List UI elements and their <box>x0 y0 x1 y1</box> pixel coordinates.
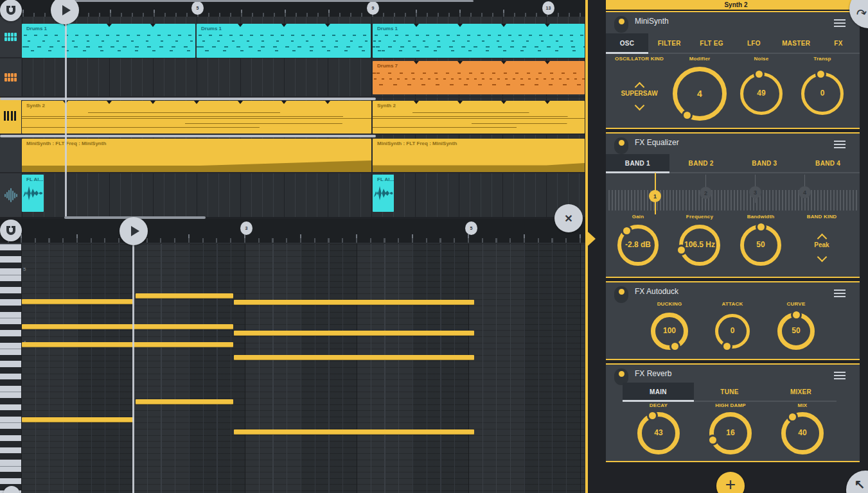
pattern-clip[interactable]: Drums 7 <box>373 61 585 94</box>
black-key[interactable] <box>0 355 21 361</box>
pattern-clip[interactable]: MiniSynth : FLT Freq : MiniSynth <box>373 139 585 172</box>
white-key[interactable] <box>0 478 21 485</box>
midi-note[interactable] <box>136 399 233 404</box>
playlist-play-cursor[interactable] <box>65 0 67 217</box>
white-key[interactable] <box>0 287 21 293</box>
pattern-clip[interactable]: Drums 1 <box>373 24 585 58</box>
tab-band-3[interactable]: BAND 3 <box>733 154 797 172</box>
track-icon-cell[interactable] <box>0 17 21 57</box>
track-icon-cell[interactable] <box>0 58 21 96</box>
snap-button[interactable] <box>0 220 22 241</box>
tab-band-2[interactable]: BAND 2 <box>669 154 733 172</box>
bar-marker[interactable]: 9 <box>367 1 379 15</box>
module-menu-button[interactable] <box>834 372 846 381</box>
white-key[interactable] <box>0 417 21 423</box>
white-key[interactable] <box>0 330 21 336</box>
midi-note[interactable] <box>234 331 474 336</box>
black-key[interactable] <box>0 324 21 331</box>
midi-note[interactable] <box>234 355 474 360</box>
eq-band-handle[interactable]: 3 <box>749 186 761 198</box>
module-enable-toggle[interactable] <box>614 286 628 303</box>
white-key[interactable] <box>0 312 21 318</box>
piano-roll-timeline[interactable]: 35 <box>0 219 586 243</box>
black-key[interactable] <box>0 336 21 343</box>
track-icon-cell[interactable] <box>0 98 21 134</box>
tab-mixer[interactable]: MIXER <box>765 383 837 401</box>
tab-band-4[interactable]: BAND 4 <box>796 154 860 172</box>
track-lane[interactable] <box>21 173 585 217</box>
tab-fx[interactable]: FX <box>817 33 860 53</box>
pattern-clip[interactable]: FL Al... <box>373 175 394 212</box>
selector-value[interactable]: Peak <box>783 241 860 248</box>
playlist-timeline[interactable]: 5913 <box>0 0 586 17</box>
tab-tune[interactable]: TUNE <box>694 383 765 401</box>
horizontal-scrollbar[interactable] <box>66 0 474 2</box>
black-key[interactable] <box>0 398 21 404</box>
eq-band-handle[interactable]: 2 <box>700 187 712 199</box>
tab-flt-eg[interactable]: FLT EG <box>691 33 733 53</box>
midi-note[interactable] <box>234 429 474 435</box>
white-key[interactable] <box>0 386 21 392</box>
pattern-clip[interactable]: MiniSynth : FLT Freq : MiniSynth <box>22 139 371 172</box>
white-key[interactable] <box>0 447 21 454</box>
pattern-clip[interactable]: FL Al... <box>22 175 44 212</box>
bar-marker[interactable]: 5 <box>465 221 477 235</box>
pattern-clip[interactable]: Drums 1 <box>22 24 195 58</box>
black-key[interactable] <box>0 293 21 300</box>
track-icon-cell[interactable] <box>0 173 21 217</box>
white-key[interactable] <box>0 374 21 380</box>
track-selection-bar[interactable] <box>0 135 376 137</box>
midi-note[interactable] <box>22 342 233 347</box>
chevron-down-icon[interactable] <box>635 101 645 111</box>
eq-band-handle[interactable]: 1 <box>649 190 661 202</box>
module-menu-button[interactable] <box>834 141 846 150</box>
tab-main[interactable]: MAIN <box>623 383 694 401</box>
white-key[interactable] <box>0 268 21 275</box>
module-menu-button[interactable] <box>834 19 846 29</box>
black-key[interactable] <box>0 472 21 478</box>
eq-band-strip[interactable] <box>606 175 860 213</box>
piano-roll-grid[interactable] <box>21 244 585 493</box>
black-key[interactable] <box>0 306 21 312</box>
midi-note[interactable] <box>136 293 233 298</box>
tab-band-1[interactable]: BAND 1 <box>606 154 669 172</box>
white-key[interactable] <box>0 343 21 349</box>
track-icon-cell[interactable] <box>0 135 21 172</box>
midi-note[interactable] <box>22 324 233 329</box>
tab-osc[interactable]: OSC <box>606 33 648 53</box>
play-button[interactable] <box>120 217 148 245</box>
eq-band-handle[interactable]: 4 <box>799 186 811 198</box>
midi-note[interactable] <box>22 417 134 422</box>
tab-filter[interactable]: FILTER <box>648 33 691 53</box>
pattern-clip[interactable]: Drums 1 <box>197 24 371 58</box>
drawer-handle-icon[interactable] <box>588 232 596 246</box>
black-key[interactable] <box>0 263 21 269</box>
black-key[interactable] <box>0 250 21 257</box>
white-key[interactable] <box>0 256 21 263</box>
bar-marker[interactable]: 5 <box>191 1 204 15</box>
midi-note[interactable] <box>22 299 133 304</box>
panel-divider[interactable] <box>585 0 588 493</box>
module-enable-toggle[interactable] <box>614 16 628 33</box>
white-key[interactable] <box>0 404 21 411</box>
module-enable-toggle[interactable] <box>614 137 628 154</box>
close-button[interactable]: ✕ <box>554 204 583 232</box>
white-key[interactable] <box>0 361 21 367</box>
tab-lfo[interactable]: LFO <box>732 33 775 53</box>
module-menu-button[interactable] <box>834 290 846 299</box>
track-selection-bar[interactable] <box>0 98 376 100</box>
pattern-clip[interactable]: Synth 2 <box>22 101 371 134</box>
black-key[interactable] <box>0 367 21 374</box>
snap-button[interactable] <box>0 0 22 21</box>
black-key[interactable] <box>0 379 21 386</box>
black-key[interactable] <box>0 429 21 435</box>
tab-master[interactable]: MASTER <box>775 33 817 53</box>
white-key[interactable] <box>0 299 21 306</box>
black-key[interactable] <box>0 410 21 417</box>
black-key[interactable] <box>0 453 21 460</box>
midi-note[interactable] <box>234 300 474 305</box>
piano-roll-play-cursor[interactable] <box>132 232 134 493</box>
bar-marker[interactable]: 13 <box>542 1 554 15</box>
black-key[interactable] <box>0 441 21 447</box>
pattern-clip[interactable]: Synth 2 <box>373 101 585 134</box>
